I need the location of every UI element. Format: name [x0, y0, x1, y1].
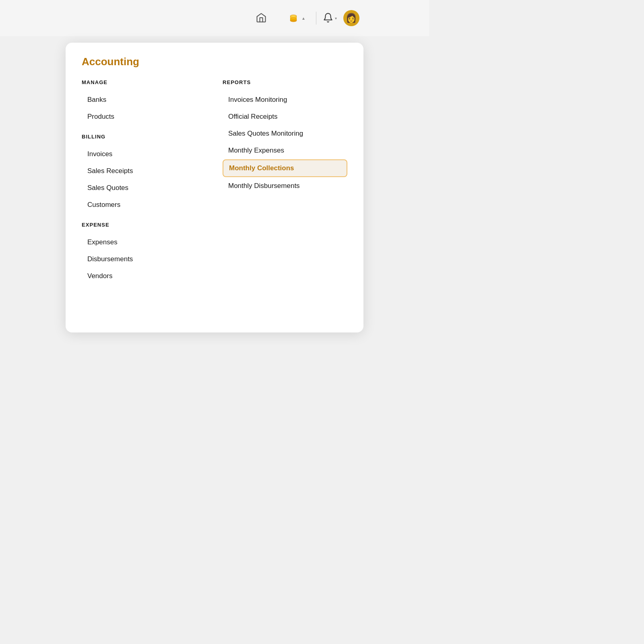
reports-header: REPORTS	[223, 79, 347, 85]
menu-item-disbursements[interactable]: Disbursements	[82, 251, 206, 267]
menu-item-sales-quotes-monitoring[interactable]: Sales Quotes Monitoring	[223, 126, 347, 142]
menu-item-invoices-monitoring[interactable]: Invoices Monitoring	[223, 92, 347, 108]
nav-divider	[316, 12, 316, 25]
menu-item-banks[interactable]: Banks	[82, 92, 206, 108]
notifications-button[interactable]: ▾	[323, 12, 337, 24]
menu-item-vendors[interactable]: Vendors	[82, 268, 206, 284]
coins-icon	[288, 12, 299, 24]
home-button[interactable]	[253, 10, 269, 27]
menu-title: Accounting	[82, 56, 347, 68]
menu-col-left: MANAGE Banks Products BILLING Invoices S…	[82, 79, 206, 285]
accounting-dropdown-button[interactable]: ▲	[284, 10, 310, 26]
menu-columns: MANAGE Banks Products BILLING Invoices S…	[82, 79, 347, 285]
top-nav: ▲ ▾ 👩	[0, 0, 429, 36]
svg-point-6	[290, 15, 297, 17]
manage-header: MANAGE	[82, 79, 206, 85]
menu-item-products[interactable]: Products	[82, 109, 206, 125]
menu-item-invoices[interactable]: Invoices	[82, 146, 206, 162]
nav-right-panel: ▲ ▾ 👩	[284, 10, 359, 26]
menu-item-sales-receipts[interactable]: Sales Receipts	[82, 163, 206, 179]
menu-item-monthly-disbursements[interactable]: Monthly Disbursements	[223, 178, 347, 194]
accounting-dropdown-menu: Accounting MANAGE Banks Products BILLING…	[66, 43, 363, 332]
menu-item-sales-quotes[interactable]: Sales Quotes	[82, 180, 206, 196]
menu-col-right: REPORTS Invoices Monitoring Official Rec…	[223, 79, 347, 285]
user-avatar[interactable]: 👩	[343, 10, 359, 26]
billing-header: BILLING	[82, 134, 206, 140]
menu-item-monthly-expenses[interactable]: Monthly Expenses	[223, 142, 347, 159]
accounting-caret-icon: ▲	[301, 16, 305, 21]
bell-caret-icon: ▾	[335, 16, 337, 21]
menu-item-monthly-collections[interactable]: Monthly Collections	[223, 159, 347, 177]
bell-icon	[323, 12, 333, 24]
nav-left-panel	[70, 5, 279, 31]
expense-header: EXPENSE	[82, 222, 206, 228]
main-content: Accounting MANAGE Banks Products BILLING…	[0, 36, 429, 429]
menu-item-official-receipts[interactable]: Official Receipts	[223, 109, 347, 125]
menu-item-customers[interactable]: Customers	[82, 197, 206, 213]
menu-item-expenses[interactable]: Expenses	[82, 234, 206, 250]
